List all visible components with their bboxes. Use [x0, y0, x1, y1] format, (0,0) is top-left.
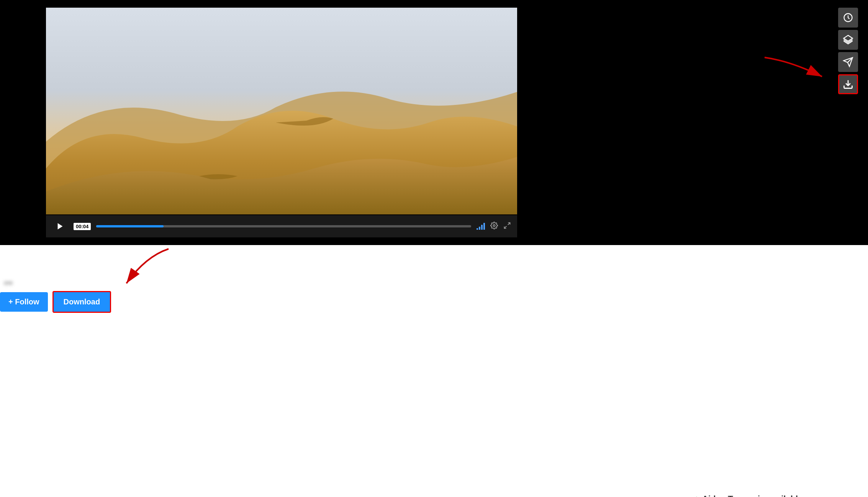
- svg-line-9: [508, 222, 510, 225]
- send-icon-button[interactable]: [838, 52, 858, 72]
- fullscreen-button[interactable]: [503, 222, 511, 231]
- time-display: 00:04: [74, 223, 91, 230]
- video-player: [46, 8, 517, 214]
- volume-indicator: [477, 223, 485, 230]
- clock-icon-button[interactable]: [838, 8, 858, 28]
- red-arrow-bottom: [77, 245, 184, 295]
- play-button[interactable]: [52, 218, 68, 234]
- check-icon: ✓: [692, 494, 698, 497]
- bottom-content-area: rk Delacen ore + Follow Download ✓ Aidan…: [0, 245, 868, 497]
- hire-panel: ✓ Aidan Tanner is available Hire Looking…: [692, 494, 822, 497]
- availability-text: Aidan Tanner is available: [702, 494, 802, 497]
- svg-point-8: [493, 224, 495, 226]
- follow-button[interactable]: + Follow: [0, 292, 48, 312]
- progress-fill: [96, 225, 164, 227]
- download-icon-button[interactable]: [838, 74, 858, 94]
- availability-row: ✓ Aidan Tanner is available: [692, 494, 822, 497]
- more-label: ore: [4, 280, 13, 286]
- progress-bar[interactable]: [96, 225, 471, 227]
- settings-button[interactable]: [490, 222, 498, 231]
- sidebar-icon-panel: [838, 8, 858, 94]
- video-controls-bar: 00:04: [46, 215, 517, 237]
- layers-icon-button[interactable]: [838, 30, 858, 50]
- svg-line-10: [504, 226, 507, 228]
- red-arrow-top: [761, 54, 837, 92]
- svg-marker-7: [58, 223, 63, 230]
